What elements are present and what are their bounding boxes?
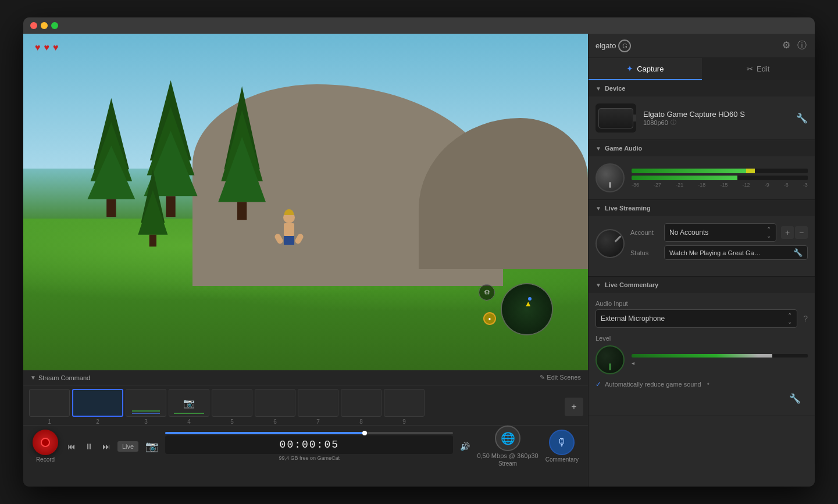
bottom-wrench-area: 🔧 bbox=[595, 388, 808, 409]
minimap-dot bbox=[528, 297, 532, 301]
meter-labels: -36 -27 -21 -18 -15 -12 -9 -6 -3 bbox=[632, 182, 808, 188]
scene-9-thumb[interactable] bbox=[384, 389, 425, 417]
auto-reduce-label: Automatically reduce game sound bbox=[605, 381, 701, 388]
svg-marker-12 bbox=[141, 169, 165, 223]
close-button[interactable] bbox=[30, 22, 37, 29]
stream-command-title: ▼ Stream Command bbox=[30, 374, 90, 381]
hearts-hud: ♥ ♥ ♥ bbox=[35, 42, 59, 53]
auto-reduce-checkbox[interactable]: ✓ bbox=[595, 380, 601, 388]
timeline-bar bbox=[165, 432, 453, 434]
commentary-area: 🎙 Commentary bbox=[545, 430, 579, 463]
device-image bbox=[595, 103, 636, 133]
device-section-body: Elgato Game Capture HD60 S 1080p60 ⓘ 🔧 bbox=[589, 96, 815, 140]
scene-1-thumb[interactable] bbox=[29, 389, 70, 417]
account-add-button[interactable]: + bbox=[781, 226, 794, 239]
streaming-row: Account No Accounts ⌃⌄ + − bbox=[595, 223, 808, 263]
heart-2: ♥ bbox=[44, 42, 50, 53]
stream-button[interactable]: 🌐 bbox=[495, 426, 520, 451]
scene-9[interactable]: 9 bbox=[384, 389, 425, 425]
pause-button[interactable]: ⏸ bbox=[83, 441, 95, 452]
meter-label-12: -12 bbox=[743, 182, 750, 188]
commentary-label: Commentary bbox=[545, 456, 579, 463]
account-remove-button[interactable]: − bbox=[795, 226, 808, 239]
rewind-button[interactable]: ⏮ bbox=[65, 441, 78, 452]
scene-3[interactable]: 3 bbox=[126, 389, 166, 425]
heart-1: ♥ bbox=[35, 42, 41, 53]
commentary-button[interactable]: 🎙 bbox=[549, 430, 575, 455]
level-meter-fill bbox=[632, 354, 772, 358]
scene-7[interactable]: 7 bbox=[298, 389, 338, 425]
level-knob[interactable] bbox=[595, 345, 625, 374]
scene-2[interactable]: 2 bbox=[72, 389, 123, 425]
audio-help-icon[interactable]: ? bbox=[803, 314, 808, 323]
status-row: Status Watch Me Playing a Great Game 🔧 bbox=[630, 245, 808, 260]
meter-fill-yellow bbox=[746, 169, 755, 173]
tab-edit[interactable]: ✂ Edit bbox=[702, 58, 815, 80]
device-settings-icon[interactable]: 🔧 bbox=[796, 113, 808, 124]
auto-reduce-info-icon[interactable]: • bbox=[707, 380, 709, 388]
meter-label-18: -18 bbox=[698, 182, 705, 188]
scene-8-thumb[interactable] bbox=[341, 389, 381, 417]
scene-3-thumb[interactable] bbox=[126, 389, 166, 417]
scene-4[interactable]: 📷 4 bbox=[169, 389, 209, 425]
add-scene-button[interactable]: + bbox=[565, 398, 583, 416]
scene-7-thumb[interactable] bbox=[298, 389, 338, 417]
device-info-icon[interactable]: ⓘ bbox=[671, 119, 676, 127]
audio-input-select[interactable]: External Microphone ⌃⌄ bbox=[595, 309, 797, 328]
scene-2-thumb[interactable] bbox=[72, 389, 123, 417]
live-button[interactable]: Live bbox=[117, 441, 138, 452]
audio-input-arrow: ⌃⌄ bbox=[787, 312, 792, 325]
minimap bbox=[501, 283, 553, 335]
scene-4-line bbox=[174, 413, 204, 414]
forward-button[interactable]: ⏭ bbox=[100, 441, 113, 452]
scene-1[interactable]: 1 bbox=[29, 389, 70, 425]
scene-2-num: 2 bbox=[96, 419, 99, 425]
scene-5[interactable]: 5 bbox=[212, 389, 252, 425]
account-select-arrow: ⌃⌄ bbox=[766, 226, 771, 239]
record-btn-inner bbox=[41, 438, 50, 447]
scene-8[interactable]: 8 bbox=[341, 389, 381, 425]
scene-6[interactable]: 6 bbox=[255, 389, 295, 425]
streaming-section-title: Live Streaming bbox=[605, 205, 651, 212]
char-hair bbox=[284, 209, 294, 215]
volume-icon[interactable]: 🔊 bbox=[460, 442, 470, 451]
screenshot-button[interactable]: 📷 bbox=[145, 440, 158, 453]
capture-tab-icon: ✦ bbox=[626, 64, 633, 73]
scene-3-line-2 bbox=[132, 413, 160, 414]
right-header: elgato G ⚙ ⓘ bbox=[589, 34, 815, 58]
minimize-button[interactable] bbox=[41, 22, 48, 29]
status-input[interactable]: Watch Me Playing a Great Game 🔧 bbox=[664, 245, 808, 260]
capture-card-image bbox=[598, 108, 633, 128]
info-button[interactable]: ⓘ bbox=[796, 38, 808, 53]
scene-5-thumb[interactable] bbox=[212, 389, 252, 417]
tab-capture[interactable]: ✦ Capture bbox=[589, 58, 702, 80]
status-settings-icon[interactable]: 🔧 bbox=[793, 248, 803, 257]
minimap-inner bbox=[502, 284, 552, 334]
scene-5-num: 5 bbox=[230, 419, 234, 425]
game-preview: ♥ ♥ ♥ bbox=[23, 34, 588, 370]
char-body bbox=[284, 223, 294, 236]
commentary-settings-icon[interactable]: 🔧 bbox=[789, 393, 801, 404]
scene-6-thumb[interactable] bbox=[255, 389, 295, 417]
timeline-handle[interactable] bbox=[362, 431, 367, 435]
account-select[interactable]: No Accounts ⌃⌄ bbox=[664, 223, 776, 242]
timeline-track[interactable] bbox=[165, 432, 453, 434]
commentary-section-body: Audio Input External Microphone ⌃⌄ ? Lev… bbox=[589, 293, 815, 416]
level-meter-area: ◂ bbox=[632, 354, 808, 366]
audio-input-value: External Microphone bbox=[601, 314, 665, 323]
commentary-section-title: Live Commentary bbox=[605, 281, 658, 288]
record-button[interactable] bbox=[33, 430, 58, 455]
right-content: ▼ Device Elgato Game Capture HD60 S 1080 bbox=[589, 80, 815, 487]
bottom-controls: Record ⏮ ⏸ ⏭ Live 📷 bbox=[23, 425, 588, 467]
device-section-arrow: ▼ bbox=[595, 85, 601, 92]
streaming-knob[interactable] bbox=[595, 229, 625, 258]
scene-4-num: 4 bbox=[187, 419, 191, 425]
settings-button[interactable]: ⚙ bbox=[781, 38, 791, 53]
add-icon: + bbox=[571, 402, 576, 412]
scene-4-thumb[interactable]: 📷 bbox=[169, 389, 209, 417]
status-label: Status bbox=[630, 249, 659, 256]
audio-knob[interactable] bbox=[595, 163, 625, 192]
edit-scenes-button[interactable]: ✎ Edit Scenes bbox=[540, 374, 581, 381]
device-section-header: ▼ Device bbox=[589, 80, 815, 96]
maximize-button[interactable] bbox=[51, 22, 58, 29]
